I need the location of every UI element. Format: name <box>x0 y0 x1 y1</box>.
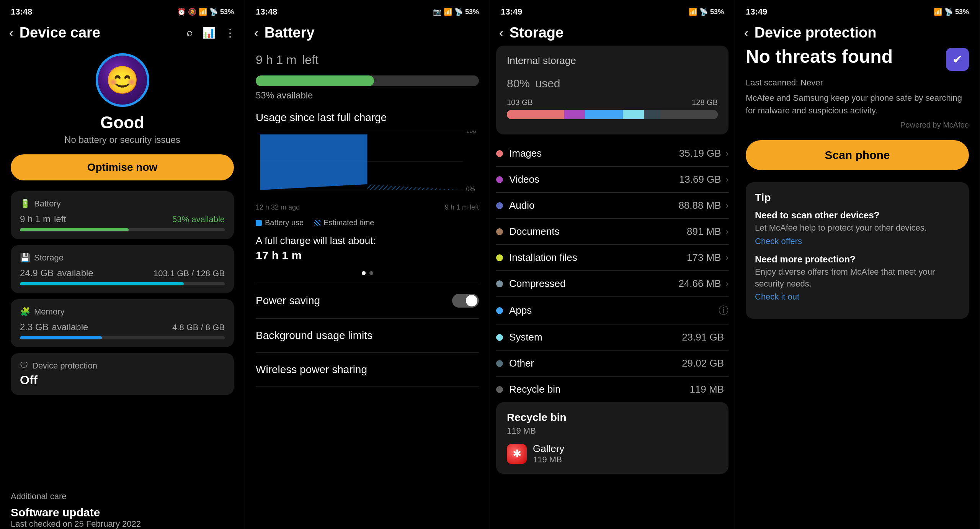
dot-audio <box>496 202 503 209</box>
gallery-size: 119 MB <box>533 455 564 465</box>
software-update-title: Software update <box>11 506 234 519</box>
storage-metric[interactable]: 💾 Storage 24.9 GB available 103.1 GB / 1… <box>11 245 234 293</box>
storage-segmented-bar <box>507 110 718 119</box>
page-dots <box>256 271 479 275</box>
svg-text:100: 100 <box>466 131 477 134</box>
search-icon-1[interactable]: ⌕ <box>186 26 193 39</box>
storage-bar-fill <box>20 282 184 285</box>
storage-item-system: System 23.91 GB <box>496 324 728 350</box>
storage-item-audio[interactable]: Audio 88.88 MB › <box>496 193 728 219</box>
device-protection-metric[interactable]: 🛡 Device protection Off <box>11 353 234 395</box>
label-audio: Audio <box>509 200 678 211</box>
battery-pct-2: 53% <box>465 8 479 16</box>
panel-device-protection: 13:49 📶 📡 53% ‹ Device protection No thr… <box>735 0 980 529</box>
optimise-button[interactable]: Optimise now <box>11 154 234 180</box>
storage-item-recycle[interactable]: Recycle bin 119 MB <box>496 377 728 402</box>
value-documents: 891 MB <box>687 226 721 237</box>
battery-bar-fill <box>20 228 129 231</box>
memory-metric[interactable]: 🧩 Memory 2.3 GB available 4.8 GB / 8 GB <box>11 299 234 347</box>
additional-care-section: Additional care Software update Last che… <box>0 491 245 529</box>
background-limits-row[interactable]: Background usage limits <box>256 319 479 353</box>
storage-percent: 80% used <box>507 69 718 92</box>
panel3-main: Internal storage 80% used 103 GB 128 GB <box>490 46 735 529</box>
back-button-2[interactable]: ‹ <box>254 26 258 40</box>
status-icons-4: 📶 📡 53% <box>934 8 969 16</box>
signal-icon-4: 📡 <box>944 8 953 16</box>
value-recycle: 119 MB <box>689 383 724 395</box>
storage-item-compressed[interactable]: Compressed 24.66 MB › <box>496 271 728 297</box>
battery-pct-3: 53% <box>710 8 724 16</box>
label-system: System <box>509 331 682 343</box>
time-2: 13:48 <box>256 7 277 17</box>
wifi-icon-4: 📶 <box>934 8 942 16</box>
storage-item-installation[interactable]: Installation files 173 MB › <box>496 245 728 271</box>
arrow-videos: › <box>726 175 728 185</box>
more-icon-1[interactable]: ⋮ <box>225 26 235 39</box>
check-it-out-link[interactable]: Check it out <box>755 292 799 301</box>
software-update-item[interactable]: Software update Last checked on 25 Febru… <box>11 506 234 529</box>
chart-x-labels: 12 h 32 m ago 9 h 1 m left <box>256 203 479 211</box>
scan-phone-button[interactable]: Scan phone <box>746 140 969 170</box>
wireless-power-row[interactable]: Wireless power sharing <box>256 353 479 387</box>
storage-item-videos[interactable]: Videos 13.69 GB › <box>496 167 728 193</box>
battery-pct-4: 53% <box>955 8 969 16</box>
gallery-icon: ✱ <box>507 444 527 464</box>
panel2-main: 9 h 1 m left 53% available Usage since l… <box>245 46 490 529</box>
power-saving-row[interactable]: Power saving <box>256 283 479 319</box>
label-videos: Videos <box>509 174 679 185</box>
time-4: 13:49 <box>746 7 767 17</box>
time-1: 13:48 <box>11 7 32 17</box>
storage-bar <box>20 282 225 285</box>
back-button-3[interactable]: ‹ <box>499 26 503 40</box>
back-button-4[interactable]: ‹ <box>744 26 748 40</box>
protection-main: Off <box>20 373 225 387</box>
chart-x-right: 9 h 1 m left <box>445 203 479 211</box>
dot-documents <box>496 228 503 235</box>
nav-icons-1: ⌕ 📊 ⋮ <box>186 26 235 39</box>
label-installation: Installation files <box>509 252 687 264</box>
nav-bar-3: ‹ Storage <box>490 21 735 46</box>
tip-section: Tip Need to scan other devices? Let McAf… <box>746 182 969 319</box>
status-bar-3: 13:49 📶 📡 53% <box>490 0 735 21</box>
status-icons-1: ⏰ 🔕 📶 📡 53% <box>177 8 234 16</box>
signal-icon-2: 📡 <box>454 8 463 16</box>
status-good-text: Good <box>100 113 144 132</box>
storage-item-other: Other 29.02 GB <box>496 350 728 377</box>
check-offers-link[interactable]: Check offers <box>755 236 802 246</box>
label-documents: Documents <box>509 226 687 237</box>
recycle-app-item[interactable]: ✱ Gallery 119 MB <box>507 443 718 465</box>
battery-metric[interactable]: 🔋 Battery 9 h 1 m left 53% available <box>11 191 234 239</box>
battery-suffix: left <box>54 214 66 224</box>
dot-compressed <box>496 280 503 287</box>
back-button-1[interactable]: ‹ <box>9 26 13 40</box>
storage-item-images[interactable]: Images 35.19 GB › <box>496 141 728 167</box>
smiley-circle: 😊 <box>96 53 149 107</box>
panel4-main: No threats found ✔ Last scanned: Never M… <box>735 46 980 529</box>
legend-dot-blue <box>256 220 262 226</box>
memory-metric-label: Memory <box>34 307 64 317</box>
storage-item-apps[interactable]: Apps ⓘ <box>496 297 728 324</box>
storage-item-documents[interactable]: Documents 891 MB › <box>496 219 728 245</box>
status-bar-4: 13:49 📶 📡 53% <box>735 0 980 21</box>
memory-main-value: 2.3 GB <box>20 322 49 332</box>
last-scanned-text: Last scanned: Never <box>746 78 969 88</box>
storage-detail: 103.1 GB / 128 GB <box>154 269 225 278</box>
value-videos: 13.69 GB <box>679 174 721 185</box>
battery-available-text: 53% available <box>256 90 479 101</box>
storage-metric-icon: 💾 <box>20 253 30 263</box>
gallery-name: Gallery <box>533 443 564 455</box>
info-apps[interactable]: ⓘ <box>719 304 728 317</box>
camera-icon: 📷 <box>433 8 441 16</box>
tip-item-1: Need to scan other devices? Let McAfee h… <box>755 210 960 246</box>
battery-legend: Battery use Estimated time <box>256 218 479 227</box>
memory-detail: 4.8 GB / 8 GB <box>172 323 225 332</box>
panel1-main: 😊 Good No battery or security issues Opt… <box>0 46 245 488</box>
memory-bar <box>20 336 225 339</box>
label-images: Images <box>509 147 679 159</box>
wifi-icon-3: 📶 <box>689 8 697 16</box>
seg-system <box>623 110 644 119</box>
recycle-bin-card: Recycle bin 119 MB ✱ Gallery 119 MB <box>496 402 728 474</box>
legend-estimated: Estimated time <box>314 218 374 227</box>
power-saving-toggle[interactable] <box>452 294 479 308</box>
legend-dot-hatched <box>314 220 320 226</box>
